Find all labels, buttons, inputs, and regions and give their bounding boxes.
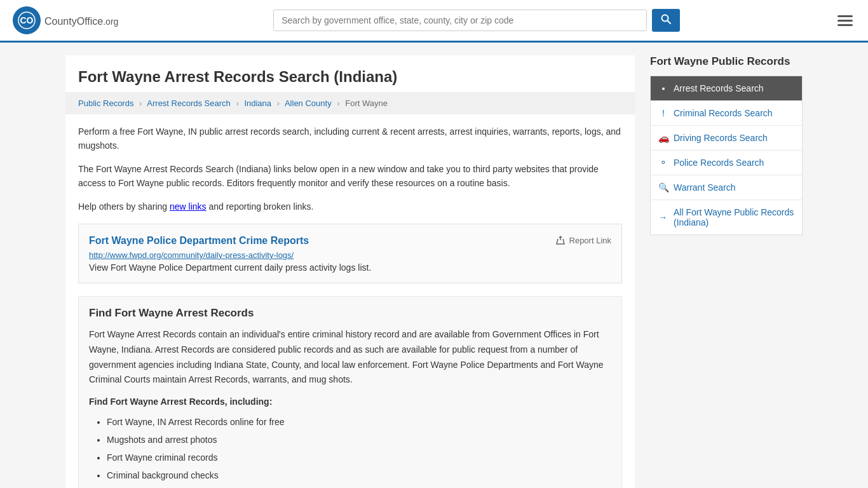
breadcrumb-public-records[interactable]: Public Records	[78, 98, 133, 108]
list-item: Fort Wayne, IN Arrest Records online for…	[107, 413, 611, 431]
page-title: Fort Wayne Arrest Records Search (Indian…	[65, 55, 635, 92]
sidebar-item-label: Warrant Search	[674, 182, 736, 193]
report-link-button[interactable]: Report Link	[555, 235, 611, 245]
link-block-title-link[interactable]: Fort Wayne Police Department Crime Repor…	[89, 235, 309, 246]
content-area: Fort Wayne Arrest Records Search (Indian…	[65, 55, 635, 488]
list-item: Public Arrest Records	[107, 484, 611, 488]
sidebar-item-all-records[interactable]: → All Fort Wayne Public Records (Indiana…	[651, 200, 802, 234]
logo-area: CO CountyOffice.org	[13, 6, 118, 34]
breadcrumb-indiana[interactable]: Indiana	[244, 98, 271, 108]
description-1: Perform a free Fort Wayne, IN public arr…	[65, 125, 635, 153]
arrest-records-icon: ▪	[658, 83, 668, 93]
sidebar-item-label: Police Records Search	[674, 158, 764, 168]
logo-icon: CO	[13, 6, 41, 34]
sidebar-item-arrest-records[interactable]: ▪ Arrest Records Search	[651, 76, 802, 101]
svg-line-3	[668, 21, 671, 24]
list-item: Fort Wayne criminal records	[107, 449, 611, 466]
svg-text:CO: CO	[20, 15, 34, 25]
sidebar-item-police-records[interactable]: ⚬ Police Records Search	[651, 151, 802, 175]
description-3: Help others by sharing new links and rep…	[65, 200, 635, 214]
find-section-body: Fort Wayne Arrest Records contain an ind…	[89, 327, 611, 388]
criminal-records-icon: !	[658, 108, 668, 118]
link-block-title: Fort Wayne Police Department Crime Repor…	[89, 234, 309, 247]
breadcrumb-arrest-records-search[interactable]: Arrest Records Search	[147, 98, 231, 108]
sidebar-item-label: All Fort Wayne Public Records (Indiana)	[674, 207, 794, 227]
description-2: The Fort Wayne Arrest Records Search (In…	[65, 162, 635, 191]
find-section-list: Fort Wayne, IN Arrest Records online for…	[89, 413, 611, 488]
hamburger-menu-button[interactable]	[835, 13, 855, 29]
breadcrumb: Public Records › Arrest Records Search ›…	[65, 92, 635, 114]
site-header: CO CountyOffice.org	[0, 0, 868, 43]
menu-line	[837, 15, 853, 17]
sidebar-item-label: Driving Records Search	[674, 133, 768, 143]
breadcrumb-fort-wayne: Fort Wayne	[345, 98, 388, 108]
sidebar-item-label: Arrest Records Search	[674, 83, 764, 93]
list-item: Criminal background checks	[107, 466, 611, 484]
all-records-icon: →	[658, 212, 667, 222]
sidebar-item-label: Criminal Records Search	[674, 108, 773, 118]
list-item: Mugshots and arrest photos	[107, 431, 611, 449]
main-container: Fort Wayne Arrest Records Search (Indian…	[53, 43, 815, 488]
sidebar-item-criminal-records[interactable]: ! Criminal Records Search	[651, 101, 802, 126]
sidebar-title: Fort Wayne Public Records	[650, 55, 803, 68]
search-button[interactable]	[652, 9, 680, 32]
sidebar-item-warrant-search[interactable]: 🔍 Warrant Search	[651, 175, 802, 200]
search-input[interactable]	[273, 10, 647, 31]
find-section-subheading: Find Fort Wayne Arrest Records, includin…	[89, 396, 611, 407]
logo-text: CountyOffice.org	[44, 13, 118, 28]
find-section-heading: Find Fort Wayne Arrest Records	[89, 307, 611, 320]
police-records-icon: ⚬	[658, 158, 668, 168]
link-block-url[interactable]: http://www.fwpd.org/community/daily-pres…	[89, 250, 611, 260]
breadcrumb-allen-county[interactable]: Allen County	[285, 98, 332, 108]
new-links-link[interactable]: new links	[170, 201, 207, 212]
warrant-search-icon: 🔍	[658, 182, 668, 193]
menu-line	[837, 24, 853, 26]
find-section: Find Fort Wayne Arrest Records Fort Wayn…	[78, 296, 622, 488]
search-area	[273, 9, 680, 32]
sidebar-item-driving-records[interactable]: 🚗 Driving Records Search	[651, 126, 802, 151]
sidebar-list: ▪ Arrest Records Search ! Criminal Recor…	[650, 76, 803, 235]
link-block: Fort Wayne Police Department Crime Repor…	[78, 224, 622, 283]
driving-records-icon: 🚗	[658, 133, 668, 143]
link-block-description: View Fort Wayne Police Department curren…	[89, 262, 611, 273]
menu-line	[837, 20, 853, 22]
sidebar: Fort Wayne Public Records ▪ Arrest Recor…	[650, 55, 803, 488]
